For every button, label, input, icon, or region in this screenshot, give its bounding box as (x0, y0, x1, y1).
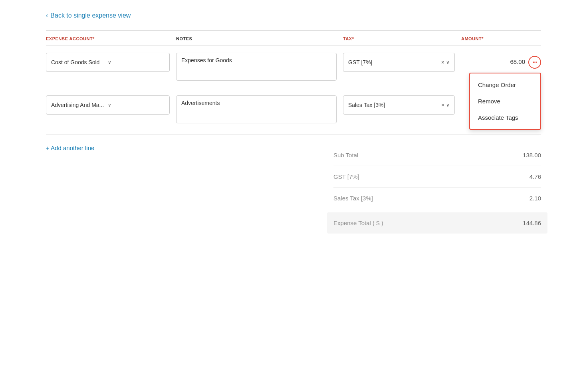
mid-divider (46, 135, 541, 135)
tax-clear-1[interactable]: × (441, 59, 444, 65)
back-link-label: Back to single expense view (50, 12, 131, 19)
header-expense-account: EXPENSE ACCOUNT* (46, 36, 170, 41)
summary-row-sales-tax: Sales Tax [3%] 2.10 (333, 188, 541, 209)
notes-value-2: Advertisements (181, 100, 220, 106)
subtotal-label: Sub Total (333, 152, 358, 158)
expense-account-select-2[interactable]: Advertising And Ma... ∨ (46, 95, 170, 115)
tax-select-1[interactable]: GST [7%] × ∨ (343, 53, 455, 72)
amount-cell-1: 68.00 ··· Change Order Remove Associate … (461, 53, 541, 69)
expense-account-select-1[interactable]: Cost of Goods Sold ∨ (46, 53, 170, 72)
amount-value-1: 68.00 (510, 53, 525, 65)
subtotal-value: 138.00 (523, 152, 541, 158)
gst-label: GST [7%] (333, 173, 359, 180)
tax-select-2[interactable]: Sales Tax [3%] × ∨ (343, 95, 455, 115)
expense-account-arrow-1: ∨ (108, 59, 165, 65)
summary-row-gst: GST [7%] 4.76 (333, 166, 541, 188)
back-link[interactable]: ‹ Back to single expense view (46, 12, 131, 19)
tax-value-2: Sales Tax [3%] (348, 102, 441, 108)
notes-field-1[interactable]: Expenses for Goods (176, 53, 337, 81)
menu-item-change-order[interactable]: Change Order (470, 77, 540, 93)
more-dots-icon-1: ··· (533, 59, 537, 65)
add-line-button[interactable]: + Add another line (46, 145, 94, 151)
header-notes: NOTES (176, 36, 337, 41)
expense-account-arrow-2: ∨ (108, 102, 165, 108)
back-chevron-icon: ‹ (46, 12, 48, 19)
menu-item-associate-tags[interactable]: Associate Tags (470, 109, 540, 126)
tax-arrow-1: ∨ (446, 59, 450, 65)
tax-value-1: GST [7%] (348, 59, 441, 65)
expense-account-value-1: Cost of Goods Sold (51, 59, 108, 65)
total-label: Expense Total ( $ ) (333, 220, 383, 226)
sales-tax-label: Sales Tax [3%] (333, 195, 373, 202)
summary-section: Sub Total 138.00 GST [7%] 4.76 Sales Tax… (333, 145, 541, 234)
sales-tax-value: 2.10 (529, 195, 541, 202)
expense-row-2: Advertising And Ma... ∨ Advertisements S… (46, 88, 541, 131)
expense-account-value-2: Advertising And Ma... (51, 102, 108, 108)
tax-clear-2[interactable]: × (441, 102, 444, 108)
more-options-button-1[interactable]: ··· (528, 56, 541, 69)
total-value: 144.86 (523, 220, 541, 226)
notes-field-2[interactable]: Advertisements (176, 95, 337, 123)
header-amount: AMOUNT* (461, 36, 541, 41)
gst-value: 4.76 (529, 173, 541, 180)
summary-rows: Sub Total 138.00 GST [7%] 4.76 Sales Tax… (333, 145, 541, 234)
notes-value-1: Expenses for Goods (181, 57, 232, 63)
context-menu-1: Change Order Remove Associate Tags (469, 73, 541, 130)
expense-row-1: Cost of Goods Sold ∨ Expenses for Goods … (46, 46, 541, 88)
summary-row-subtotal: Sub Total 138.00 (333, 145, 541, 166)
menu-item-remove[interactable]: Remove (470, 93, 540, 109)
expense-table-body: Cost of Goods Sold ∨ Expenses for Goods … (46, 46, 541, 131)
tax-arrow-2: ∨ (446, 102, 450, 108)
summary-row-total: Expense Total ( $ ) 144.86 (327, 212, 547, 234)
header-tax: TAX* (343, 36, 455, 41)
table-header: EXPENSE ACCOUNT* NOTES TAX* AMOUNT* (46, 31, 541, 46)
